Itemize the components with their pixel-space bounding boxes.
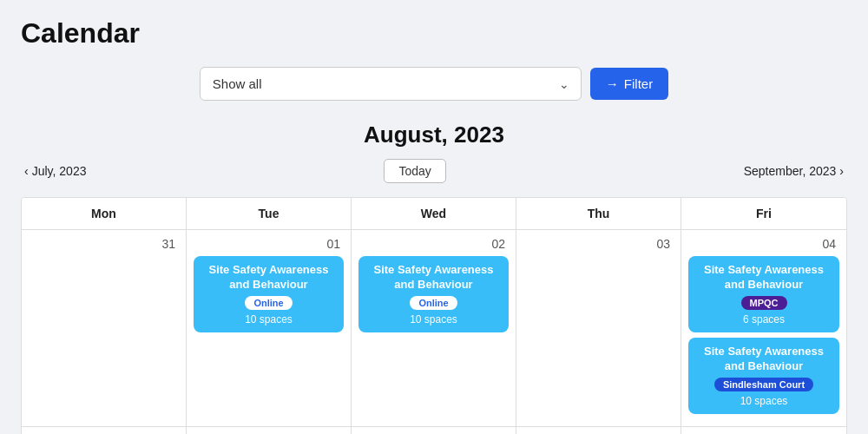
event-card-wed-1[interactable]: Site Safety Awareness and Behaviour Onli… [358,256,509,332]
event-spaces-tue-1: 10 spaces [202,313,335,326]
header-tue: Tue [187,198,352,229]
event-badge-mpqc-fri-1: MPQC [741,296,787,310]
event-card-tue-1[interactable]: Site Safety Awareness and Behaviour Onli… [194,256,344,332]
nav-row: ‹ July, 2023 Today September, 2023 › [21,159,847,183]
next-month-label: September, 2023 [744,164,837,178]
calendar-nav: August, 2023 ‹ July, 2023 Today Septembe… [21,122,847,183]
date-04: 04 [688,237,839,251]
event-title-fri-2: Site Safety Awareness and Behaviour [697,345,831,374]
date-31: 31 [29,237,179,251]
event-spaces-fri-1: 6 spaces [697,313,831,326]
event-card-fri-2[interactable]: Site Safety Awareness and Behaviour Sind… [688,338,839,414]
event-card-fri-1[interactable]: Site Safety Awareness and Behaviour MPQC… [688,256,839,332]
calendar-week-2: 07 08 09 10 11 [22,427,846,434]
event-spaces-wed-1: 10 spaces [367,313,500,326]
calendar-cell-fri-11: 11 [681,427,846,434]
today-button[interactable]: Today [384,159,445,183]
date-01: 01 [194,237,344,251]
event-badge-online-wed-1: Online [410,296,457,310]
calendar-grid: Mon Tue Wed Thu Fri 31 01 Site Safety Aw… [21,197,847,434]
date-03: 03 [523,237,674,251]
prev-month-link[interactable]: ‹ July, 2023 [24,164,86,178]
event-title-tue-1: Site Safety Awareness and Behaviour [202,263,335,293]
calendar-cell-mon-07: 07 [22,427,187,434]
calendar-cell-tue-08: 08 [187,427,352,434]
calendar-cell-mon-31: 31 [22,230,187,426]
prev-month-label: July, 2023 [32,164,87,178]
month-title: August, 2023 [21,122,847,148]
calendar-cell-fri-04: 04 Site Safety Awareness and Behaviour M… [681,230,846,426]
event-spaces-fri-2: 10 spaces [697,395,831,407]
date-02: 02 [358,237,509,251]
chevron-left-icon: ‹ [24,164,29,178]
filter-button-label: Filter [624,76,653,91]
calendar-header-row: Mon Tue Wed Thu Fri [22,198,846,230]
event-badge-online-tue-1: Online [245,296,292,310]
event-title-wed-1: Site Safety Awareness and Behaviour [367,263,500,293]
event-title-fri-1: Site Safety Awareness and Behaviour [697,263,831,293]
calendar-cell-thu-03: 03 [516,230,681,426]
next-month-link[interactable]: September, 2023 › [744,164,844,178]
calendar-cell-tue-01: 01 Site Safety Awareness and Behaviour O… [187,230,352,426]
calendar-cell-thu-10: 10 [516,427,681,434]
calendar-week-1: 31 01 Site Safety Awareness and Behaviou… [22,230,846,427]
header-thu: Thu [516,198,681,229]
event-badge-sindlesham-fri-2: Sindlesham Court [714,378,813,391]
filter-button[interactable]: → Filter [590,68,668,100]
header-mon: Mon [22,198,187,229]
arrow-right-icon: → [606,76,619,91]
page-title: Calendar [21,17,847,49]
header-wed: Wed [352,198,516,229]
calendar-cell-wed-02: 02 Site Safety Awareness and Behaviour O… [352,230,516,426]
chevron-right-icon: › [839,164,844,178]
header-fri: Fri [681,198,846,229]
filter-row: Show all ⌄ → Filter [21,67,847,101]
show-all-select[interactable]: Show all [200,67,582,101]
filter-select-wrapper: Show all ⌄ [200,67,582,101]
calendar-cell-wed-09: 09 [352,427,516,434]
